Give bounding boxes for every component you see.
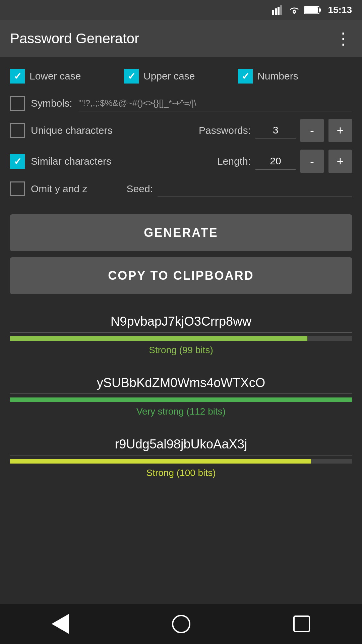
unique-characters-checkbox[interactable] (10, 123, 25, 138)
length-minus-button[interactable]: - (300, 150, 324, 173)
omit-yz-label: Omit y and z (31, 183, 87, 195)
overflow-menu-button[interactable]: ⋮ (335, 29, 352, 48)
numbers-label: Numbers (257, 70, 298, 82)
lower-case-label: Lower case (29, 70, 81, 82)
similar-characters-label: Similar characters (31, 156, 111, 167)
unique-characters-label: Unique characters (31, 125, 112, 136)
symbols-field-wrapper (78, 95, 352, 111)
upper-case-checkbox[interactable] (124, 69, 139, 84)
strength-bar-2 (10, 397, 352, 402)
lower-case-checkbox[interactable] (10, 69, 25, 84)
password-block-1: N9pvbapJ7kjO3Crrp8ww Strong (99 bits) (10, 308, 352, 356)
nav-home-button[interactable] (169, 612, 193, 636)
back-icon (52, 614, 69, 634)
battery-icon (304, 6, 321, 14)
strength-label-1: Strong (99 bits) (10, 345, 352, 356)
page-title: Password Generator (10, 31, 139, 47)
nav-recents-button[interactable] (290, 612, 313, 636)
seed-label: Seed: (127, 183, 153, 195)
svg-rect-0 (272, 10, 274, 15)
generate-button[interactable]: GENERATE (10, 214, 352, 251)
length-right: Length: - + (217, 150, 352, 173)
svg-rect-1 (275, 8, 277, 15)
symbols-checkbox[interactable] (10, 96, 25, 111)
length-plus-button[interactable]: + (328, 150, 352, 173)
passwords-plus-button[interactable]: + (328, 119, 352, 142)
strength-bar-container-1 (10, 336, 352, 341)
omit-yz-checkbox[interactable] (10, 181, 25, 196)
recents-icon (293, 615, 310, 632)
svg-rect-6 (305, 7, 318, 13)
symbols-row: Symbols: (10, 95, 352, 111)
symbols-label: Symbols: (31, 98, 72, 109)
password-text-1[interactable]: N9pvbapJ7kjO3Crrp8ww (10, 308, 352, 333)
wifi-icon (288, 5, 300, 15)
home-icon (172, 615, 190, 633)
strength-bar-1 (10, 336, 307, 341)
password-text-2[interactable]: ySUBbKdZM0Wms4oWTXcO (10, 369, 352, 394)
app-header: Password Generator ⋮ (0, 20, 362, 57)
strength-label-3: Strong (100 bits) (10, 468, 352, 478)
top-checkboxes-row: Lower case Upper case Numbers (10, 64, 352, 89)
nav-back-button[interactable] (49, 612, 72, 636)
password-block-2: ySUBbKdZM0Wms4oWTXcO Very strong (112 bi… (10, 369, 352, 417)
seed-right: Seed: (127, 180, 352, 197)
signal-icon (272, 5, 284, 15)
omit-seed-row: Omit y and z Seed: (10, 180, 352, 197)
svg-rect-5 (319, 8, 321, 12)
password-block-3: r9Udg5al98jbUkoAaX3j Strong (100 bits) (10, 430, 352, 478)
strength-label-2: Very strong (112 bits) (10, 406, 352, 417)
status-bar-time: 15:13 (328, 5, 352, 15)
omit-yz-left: Omit y and z (10, 181, 117, 196)
svg-rect-2 (278, 7, 280, 15)
passwords-right: Passwords: - + (199, 119, 352, 142)
seed-input[interactable] (158, 180, 352, 197)
numbers-checkbox[interactable] (238, 69, 253, 84)
similar-characters-left: Similar characters (10, 154, 217, 169)
length-label: Length: (217, 156, 251, 167)
navigation-bar (0, 604, 362, 644)
symbols-input[interactable] (78, 95, 352, 111)
strength-bar-container-3 (10, 459, 352, 464)
svg-rect-3 (280, 5, 282, 15)
passwords-label: Passwords: (199, 125, 251, 136)
unique-passwords-row: Unique characters Passwords: - + (10, 119, 352, 142)
strength-bar-container-2 (10, 397, 352, 402)
passwords-input[interactable] (255, 122, 296, 139)
length-input[interactable] (255, 153, 296, 170)
unique-characters-left: Unique characters (10, 123, 199, 138)
similar-characters-checkbox[interactable] (10, 154, 25, 169)
password-text-3[interactable]: r9Udg5al98jbUkoAaX3j (10, 430, 352, 455)
status-icons (272, 5, 321, 15)
main-content: Lower case Upper case Numbers Symbols: U… (0, 57, 362, 545)
lower-case-item: Lower case (10, 69, 124, 84)
status-bar: 15:13 (0, 0, 362, 20)
similar-length-row: Similar characters Length: - + (10, 150, 352, 173)
numbers-item: Numbers (238, 69, 352, 84)
upper-case-item: Upper case (124, 69, 238, 84)
copy-to-clipboard-button[interactable]: COPY TO CLIPBOARD (10, 257, 352, 294)
strength-bar-3 (10, 459, 311, 464)
upper-case-label: Upper case (143, 70, 195, 82)
passwords-minus-button[interactable]: - (300, 119, 324, 142)
